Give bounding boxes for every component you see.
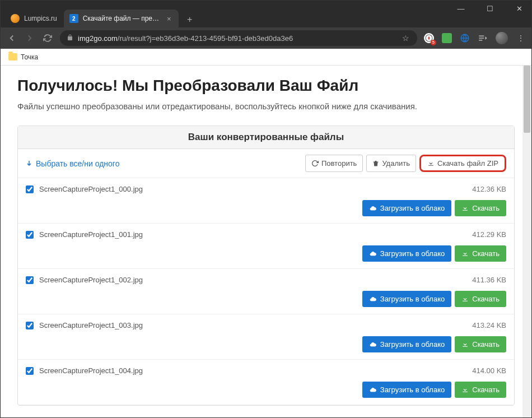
file-size: 412.36 KB [472,185,506,193]
download-icon [427,160,435,167]
scrollbar-thumb[interactable] [524,66,530,133]
panel-toolbar: Выбрать все/ни одного Повторить Удалить … [18,149,514,178]
maximize-button[interactable]: ☐ [482,4,498,13]
tab-lumpics[interactable]: Lumpics.ru [5,10,63,27]
file-checkbox[interactable] [26,276,34,284]
file-size: 414.00 KB [472,366,506,375]
page-title: Получилось! Мы Преобразовали Ваш Файл [17,77,515,95]
scrollbar[interactable] [522,66,531,418]
file-size: 411.36 KB [472,276,506,284]
browser-toolbar: img2go.com/ru/result?j=eb36d3eb-4213-459… [1,27,531,49]
minimize-button[interactable]: — [452,4,469,13]
extension-icon[interactable]: 5 [424,33,434,43]
file-name: ScreenCaptureProject1_004.jpg [39,366,143,375]
folder-icon [8,53,17,61]
file-name: ScreenCaptureProject1_001.jpg [39,230,143,239]
favicon-icon: 2 [69,14,78,23]
trash-icon [372,160,379,167]
file-name: ScreenCaptureProject1_002.jpg [39,276,143,284]
tab-title: Lumpics.ru [24,15,57,22]
download-icon [461,386,469,393]
download-button[interactable]: Скачать [455,291,506,307]
lock-icon [67,34,73,43]
file-checkbox[interactable] [26,185,34,193]
refresh-icon [311,160,319,167]
file-row: ScreenCaptureProject1_002.jpg 411.36 KB … [18,269,514,314]
upload-cloud-button[interactable]: Загрузить в облако [362,382,451,398]
tab-strip: Lumpics.ru 2 Скачайте файл — преобразов … [1,6,531,27]
file-checkbox[interactable] [26,231,34,239]
extension-icon[interactable] [442,33,452,43]
repeat-button[interactable]: Повторить [305,155,363,172]
close-icon[interactable]: × [165,15,173,22]
download-button[interactable]: Скачать [455,200,506,216]
media-controls-icon[interactable] [478,33,488,43]
file-name: ScreenCaptureProject1_000.jpg [39,185,143,193]
cloud-icon [369,341,377,348]
panel-header: Ваши конвертированные файлы [18,126,514,149]
profile-avatar[interactable] [496,32,508,44]
file-size: 413.24 KB [472,321,506,329]
address-bar[interactable]: img2go.com/ru/result?j=eb36d3eb-4213-459… [60,30,417,46]
reload-button[interactable] [42,32,53,44]
file-checkbox[interactable] [26,367,34,375]
bookmarks-bar: Точка [1,49,531,66]
back-button[interactable] [6,32,17,44]
url-text: img2go.com/ru/result?j=eb36d3eb-4213-459… [78,34,293,43]
cloud-icon [369,250,377,257]
window-controls: — ☐ ✕ [452,4,528,13]
file-row: ScreenCaptureProject1_001.jpg 412.29 KB … [18,224,514,269]
upload-cloud-button[interactable]: Загрузить в облако [362,291,451,307]
download-icon [461,205,469,212]
download-icon [461,341,469,348]
delete-button[interactable]: Удалить [366,155,416,172]
file-checkbox[interactable] [26,322,34,329]
download-icon [461,295,469,303]
download-button[interactable]: Скачать [455,336,506,352]
download-icon [461,250,469,257]
tab-title: Скачайте файл — преобразов [83,15,161,22]
file-name: ScreenCaptureProject1_003.jpg [39,321,143,329]
upload-cloud-button[interactable]: Загрузить в облако [362,200,451,216]
extension-icon[interactable] [460,33,470,43]
upload-cloud-button[interactable]: Загрузить в облако [362,245,451,262]
page-subtitle: Файлы успешно преобразованы или отредакт… [17,100,515,112]
download-button[interactable]: Скачать [455,245,506,262]
star-icon[interactable]: ☆ [400,33,410,43]
sort-icon [26,160,32,168]
file-size: 412.29 KB [472,230,506,239]
favicon-icon [11,14,20,23]
files-panel: Ваши конвертированные файлы Выбрать все/… [17,126,515,406]
menu-button[interactable]: ⋮ [516,33,526,43]
upload-cloud-button[interactable]: Загрузить в облако [362,336,451,352]
file-row: ScreenCaptureProject1_003.jpg 413.24 KB … [18,314,514,360]
file-row: ScreenCaptureProject1_004.jpg 414.00 KB … [18,360,514,405]
bookmark-item[interactable]: Точка [8,53,38,61]
download-button[interactable]: Скачать [455,382,506,398]
cloud-icon [369,296,377,303]
new-tab-button[interactable]: + [182,12,198,27]
select-all-link[interactable]: Выбрать все/ни одного [26,159,119,168]
forward-button[interactable] [24,32,35,44]
file-row: ScreenCaptureProject1_000.jpg 412.36 KB … [18,178,514,224]
cloud-icon [369,205,377,212]
tab-img2go[interactable]: 2 Скачайте файл — преобразов × [64,10,179,27]
close-button[interactable]: ✕ [511,4,528,13]
download-zip-button[interactable]: Скачать файл ZIP [419,155,506,172]
cloud-icon [369,387,377,393]
